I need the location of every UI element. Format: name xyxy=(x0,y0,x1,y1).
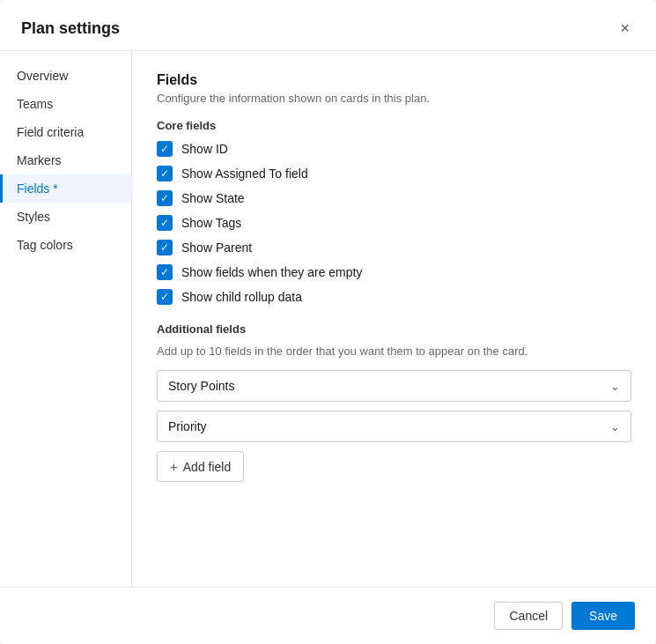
checkbox-label-show-tags: Show Tags xyxy=(181,216,241,230)
checkbox-show-tags[interactable]: ✓ Show Tags xyxy=(157,215,631,231)
check-icon-show-parent: ✓ xyxy=(160,242,169,253)
sidebar-item-markers[interactable]: Markers xyxy=(0,146,131,174)
checkbox-show-empty[interactable]: ✓ Show fields when they are empty xyxy=(157,264,631,280)
add-field-button[interactable]: + Add field xyxy=(157,451,244,482)
checkbox-box-show-tags[interactable]: ✓ xyxy=(157,215,173,231)
add-field-label: Add field xyxy=(183,460,231,474)
section-title: Fields xyxy=(157,72,631,88)
checkbox-box-show-assigned-to[interactable]: ✓ xyxy=(157,166,173,181)
checkbox-show-state[interactable]: ✓ Show State xyxy=(157,190,631,206)
core-fields-label: Core fields xyxy=(157,119,631,132)
dialog-title: Plan settings xyxy=(21,19,120,38)
chevron-down-icon-priority: ⌄ xyxy=(610,420,620,433)
checkbox-label-show-assigned-to: Show Assigned To field xyxy=(181,167,308,181)
checkbox-show-id[interactable]: ✓ Show ID xyxy=(157,141,631,157)
checkbox-show-parent[interactable]: ✓ Show Parent xyxy=(157,240,631,255)
checkbox-label-show-state: Show State xyxy=(181,191,245,205)
checkbox-label-show-rollup: Show child rollup data xyxy=(181,290,302,304)
checkbox-label-show-parent: Show Parent xyxy=(181,241,252,255)
close-button[interactable]: × xyxy=(615,18,635,40)
checkbox-box-show-parent[interactable]: ✓ xyxy=(157,240,173,255)
sidebar-item-fields[interactable]: Fields * xyxy=(0,174,131,203)
checkbox-label-show-empty: Show fields when they are empty xyxy=(181,265,362,279)
checkbox-box-show-empty[interactable]: ✓ xyxy=(157,264,173,280)
plan-settings-dialog: Plan settings × Overview Teams Field cri… xyxy=(0,0,656,644)
dialog-header: Plan settings × xyxy=(0,0,656,51)
chevron-down-icon-story-points: ⌄ xyxy=(610,380,620,393)
check-icon-show-assigned-to: ✓ xyxy=(160,168,169,179)
sidebar-item-styles[interactable]: Styles xyxy=(0,203,131,231)
check-icon-show-id: ✓ xyxy=(160,144,169,154)
story-points-dropdown[interactable]: Story Points ⌄ xyxy=(157,370,631,402)
checkbox-box-show-id[interactable]: ✓ xyxy=(157,141,173,157)
section-desc: Configure the information shown on cards… xyxy=(157,92,631,105)
checkbox-box-show-state[interactable]: ✓ xyxy=(157,190,173,206)
check-icon-show-empty: ✓ xyxy=(160,267,169,278)
checkbox-show-rollup[interactable]: ✓ Show child rollup data xyxy=(157,289,631,305)
checkbox-show-assigned-to[interactable]: ✓ Show Assigned To field xyxy=(157,166,631,181)
content-area: Fields Configure the information shown o… xyxy=(132,51,656,587)
dialog-footer: Cancel Save xyxy=(0,587,656,644)
check-icon-show-tags: ✓ xyxy=(160,218,169,228)
sidebar-item-field-criteria[interactable]: Field criteria xyxy=(0,118,131,146)
dialog-body: Overview Teams Field criteria Markers Fi… xyxy=(0,51,656,587)
additional-fields-section: Additional fields Add up to 10 fields in… xyxy=(157,322,631,482)
plus-icon: + xyxy=(170,459,178,474)
check-icon-show-state: ✓ xyxy=(160,193,169,204)
check-icon-show-rollup: ✓ xyxy=(160,292,169,302)
sidebar-item-teams[interactable]: Teams xyxy=(0,90,131,118)
additional-fields-desc: Add up to 10 fields in the order that yo… xyxy=(157,344,631,358)
additional-fields-label: Additional fields xyxy=(157,322,631,336)
priority-dropdown[interactable]: Priority ⌄ xyxy=(157,411,631,442)
priority-value: Priority xyxy=(168,419,207,433)
checkbox-box-show-rollup[interactable]: ✓ xyxy=(157,289,173,305)
cancel-button[interactable]: Cancel xyxy=(494,602,563,630)
save-button[interactable]: Save xyxy=(571,602,635,630)
sidebar-item-tag-colors[interactable]: Tag colors xyxy=(0,231,131,259)
story-points-value: Story Points xyxy=(168,379,234,393)
sidebar-item-overview[interactable]: Overview xyxy=(0,62,131,90)
sidebar: Overview Teams Field criteria Markers Fi… xyxy=(0,51,132,587)
checkbox-label-show-id: Show ID xyxy=(181,142,228,156)
